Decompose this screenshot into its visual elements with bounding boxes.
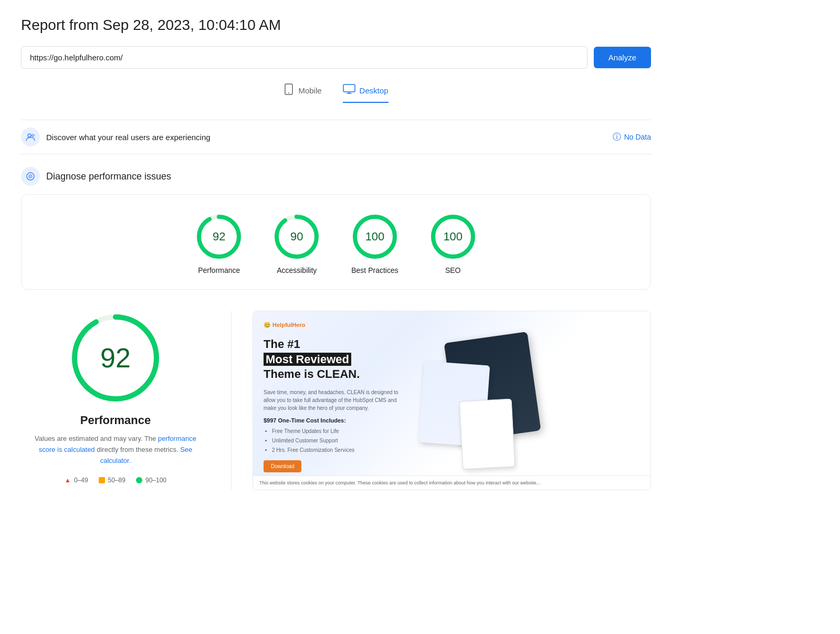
legend-range-90-100: 90–100 — [145, 477, 166, 484]
svg-point-1 — [288, 92, 289, 93]
info-bar: Discover what your real users are experi… — [21, 120, 651, 154]
score-circle-best-practices: 100 — [352, 214, 398, 260]
main-content: 92 Performance Values are estimated and … — [21, 311, 651, 490]
svg-rect-2 — [343, 84, 355, 92]
legend-square-icon — [99, 477, 105, 483]
url-bar: Analyze — [21, 46, 651, 69]
list-item-3: 2 Hrs. Free Customization Services — [272, 446, 411, 455]
score-number-best-practices: 100 — [365, 230, 385, 244]
device-tabs: Mobile Desktop — [21, 83, 651, 103]
info-bar-left: Discover what your real users are experi… — [21, 128, 211, 146]
legend-circle-icon — [136, 477, 142, 483]
score-performance: 92 Performance — [196, 214, 242, 274]
mock-body: Save time, money, and headaches. CLEAN i… — [264, 388, 400, 412]
mock-cookie-bar: This website stores cookies on your comp… — [253, 475, 650, 490]
score-number-accessibility: 90 — [290, 230, 303, 244]
tab-desktop[interactable]: Desktop — [343, 83, 388, 103]
score-circle-accessibility: 90 — [274, 214, 320, 260]
info-icon: ⓘ — [613, 132, 621, 143]
svg-point-3 — [28, 134, 31, 137]
score-circle-performance: 92 — [196, 214, 242, 260]
info-bar-text: Discover what your real users are experi… — [46, 133, 211, 142]
headline-3: Theme is CLEAN. — [264, 367, 360, 381]
score-number-performance: 92 — [213, 230, 225, 244]
performance-detail: 92 Performance Values are estimated and … — [21, 311, 210, 484]
score-label-best-practices: Best Practices — [351, 266, 398, 274]
perf-desc-text-2: directly from these metrics. — [97, 446, 178, 453]
legend: ▲ 0–49 50–89 90–100 — [65, 477, 166, 484]
scores-grid: 92 Performance 90 Accessibility — [34, 214, 638, 274]
score-label-accessibility: Accessibility — [277, 266, 317, 274]
legend-orange: 50–89 — [99, 477, 125, 484]
score-best-practices: 100 Best Practices — [351, 214, 398, 274]
mock-headline: The #1 Most Reviewed Theme is CLEAN. — [264, 337, 411, 382]
svg-point-4 — [32, 134, 34, 136]
scores-card: 92 Performance 90 Accessibility — [21, 194, 651, 290]
list-item-1: Free Theme Updates for Life — [272, 427, 411, 436]
mobile-tab-label: Mobile — [298, 86, 321, 95]
url-input[interactable] — [21, 46, 587, 69]
mock-cta: Download — [264, 460, 301, 472]
info-bar-right[interactable]: ⓘ No Data — [613, 132, 651, 143]
svg-point-7 — [30, 176, 31, 177]
legend-range-0-49: 0–49 — [74, 477, 88, 484]
perf-desc: Values are estimated and may vary. The p… — [32, 434, 200, 466]
tab-mobile[interactable]: Mobile — [284, 83, 321, 103]
diagnose-section-header: Diagnose performance issues — [21, 167, 651, 186]
screenshot-mock: 😊 HelpfulHero The #1 Most Reviewed Theme… — [253, 311, 650, 490]
legend-red: ▲ 0–49 — [65, 477, 88, 484]
desktop-icon — [343, 84, 355, 97]
list-item-2: Unlimited Customer Support — [272, 436, 411, 446]
vertical-divider — [231, 311, 232, 490]
legend-green: 90–100 — [136, 477, 166, 484]
diagnose-title: Diagnose performance issues — [46, 171, 171, 182]
mobile-icon — [284, 83, 294, 98]
users-icon-circle — [21, 128, 40, 146]
big-score-circle: 92 — [68, 311, 163, 405]
no-data-label: No Data — [624, 133, 651, 141]
diagnose-icon-circle — [21, 167, 40, 186]
mock-header: 😊 HelpfulHero — [264, 322, 640, 329]
legend-range-50-89: 50–89 — [108, 477, 125, 484]
big-score-number: 92 — [100, 342, 131, 374]
headline-1: The #1 — [264, 337, 300, 351]
mock-price: $997 One-Time Cost Includes: — [264, 417, 411, 424]
perf-title: Performance — [80, 414, 151, 427]
score-accessibility: 90 Accessibility — [274, 214, 320, 274]
screenshot-area: 😊 HelpfulHero The #1 Most Reviewed Theme… — [253, 311, 651, 490]
score-circle-seo: 100 — [430, 214, 476, 260]
desktop-tab-label: Desktop — [360, 86, 388, 95]
report-title: Report from Sep 28, 2023, 10:04:10 AM — [21, 17, 651, 34]
score-label-seo: SEO — [445, 266, 461, 274]
mock-list: Free Theme Updates for Life Unlimited Cu… — [264, 427, 411, 455]
perf-desc-text-1: Values are estimated and may vary. The — [35, 435, 156, 442]
score-seo: 100 SEO — [430, 214, 476, 274]
headline-2: Most Reviewed — [264, 353, 351, 366]
legend-triangle-icon: ▲ — [65, 477, 71, 484]
analyze-button[interactable]: Analyze — [594, 47, 651, 68]
score-number-seo: 100 — [443, 230, 463, 244]
mock-device-front — [459, 398, 516, 469]
mock-logo: 😊 HelpfulHero — [264, 322, 305, 329]
score-label-performance: Performance — [198, 266, 240, 274]
